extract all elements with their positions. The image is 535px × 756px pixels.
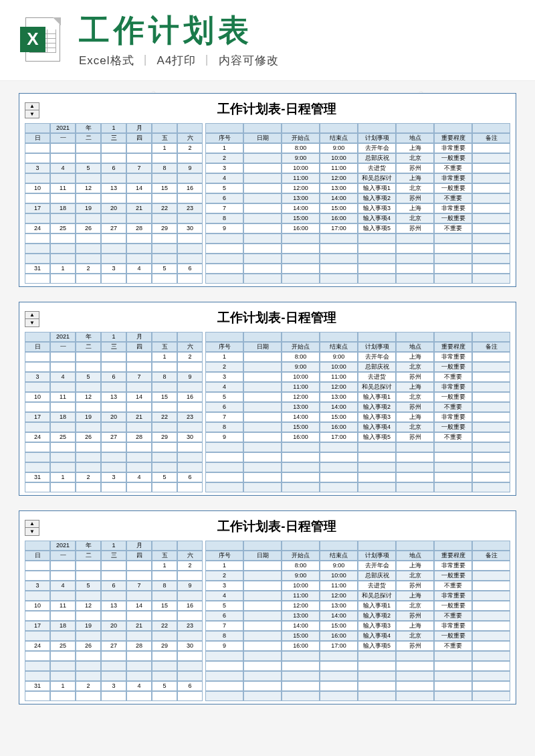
sched-cell[interactable]	[434, 691, 472, 701]
calendar-cell[interactable]	[76, 671, 101, 681]
sched-start[interactable]: 15:00	[282, 631, 320, 641]
sched-start[interactable]: 11:00	[282, 173, 320, 183]
calendar-cell[interactable]	[177, 153, 203, 163]
calendar-cell[interactable]	[76, 402, 101, 412]
sched-end[interactable]: 12:00	[320, 591, 358, 601]
sched-note[interactable]	[472, 143, 510, 153]
sched-end[interactable]: 16:00	[320, 631, 358, 641]
calendar-cell[interactable]: 27	[101, 641, 126, 651]
sched-item[interactable]: 总部庆祝	[358, 571, 396, 581]
calendar-cell[interactable]	[101, 153, 126, 163]
sched-start[interactable]: 13:00	[282, 611, 320, 621]
calendar-cell[interactable]	[25, 173, 50, 183]
sched-item[interactable]: 去开年会	[358, 143, 396, 153]
sched-start[interactable]: 9:00	[282, 362, 320, 372]
sched-cell[interactable]	[320, 691, 358, 701]
calendar-cell[interactable]: 28	[126, 432, 152, 442]
calendar-cell[interactable]	[25, 452, 50, 462]
sched-end[interactable]: 15:00	[320, 621, 358, 631]
calendar-cell[interactable]	[76, 452, 101, 462]
calendar-cell[interactable]	[25, 462, 50, 472]
sched-item[interactable]: 输入事项4	[358, 213, 396, 223]
calendar-cell[interactable]	[76, 153, 101, 163]
calendar-cell[interactable]: 6	[101, 163, 126, 173]
sched-cell[interactable]	[358, 472, 396, 482]
calendar-cell[interactable]	[152, 193, 177, 203]
calendar-cell[interactable]: 25	[50, 223, 76, 233]
calendar-cell[interactable]: 15	[152, 601, 177, 611]
sched-start[interactable]: 8:00	[282, 561, 320, 571]
sched-cell[interactable]	[205, 442, 243, 452]
sched-end[interactable]: 12:00	[320, 173, 358, 183]
calendar-cell[interactable]	[25, 244, 50, 254]
sched-start[interactable]: 12:00	[282, 183, 320, 193]
sched-cell[interactable]	[396, 661, 434, 671]
sched-item[interactable]: 和吴总探讨	[358, 591, 396, 601]
sched-cell[interactable]	[205, 254, 243, 264]
sched-pri[interactable]: 一般重要	[434, 422, 472, 432]
calendar-cell[interactable]	[101, 352, 126, 362]
sched-loc[interactable]: 北京	[396, 601, 434, 611]
calendar-cell[interactable]	[177, 591, 203, 601]
sched-note[interactable]	[472, 203, 510, 213]
calendar-cell[interactable]	[25, 254, 50, 264]
sched-end[interactable]: 15:00	[320, 203, 358, 213]
calendar-cell[interactable]: 5	[152, 681, 177, 691]
sched-date[interactable]	[243, 153, 282, 163]
calendar-cell[interactable]: 2	[76, 264, 101, 274]
sched-pri[interactable]: 一般重要	[434, 362, 472, 372]
sched-start[interactable]: 10:00	[282, 163, 320, 173]
sched-cell[interactable]	[205, 244, 243, 254]
sched-cell[interactable]	[396, 254, 434, 264]
sched-date[interactable]	[243, 193, 282, 203]
sched-loc[interactable]: 苏州	[396, 611, 434, 621]
sched-start[interactable]: 14:00	[282, 621, 320, 631]
sched-note[interactable]	[472, 571, 510, 581]
calendar-cell[interactable]	[126, 362, 152, 372]
sched-date[interactable]	[243, 352, 282, 362]
calendar-cell[interactable]	[50, 661, 76, 671]
sched-start[interactable]: 14:00	[282, 203, 320, 213]
sched-cell[interactable]	[434, 462, 472, 472]
calendar-cell[interactable]	[25, 571, 50, 581]
sched-item[interactable]: 输入事项3	[358, 412, 396, 422]
calendar-cell[interactable]: 3	[101, 264, 126, 274]
calendar-cell[interactable]: 26	[76, 641, 101, 651]
sched-loc[interactable]: 苏州	[396, 163, 434, 173]
calendar-cell[interactable]: 4	[50, 372, 76, 382]
sched-cell[interactable]	[320, 671, 358, 681]
calendar-cell[interactable]	[25, 561, 50, 571]
calendar-cell[interactable]	[76, 651, 101, 661]
sched-cell[interactable]	[282, 452, 320, 462]
calendar-cell[interactable]	[152, 571, 177, 581]
sched-cell[interactable]	[472, 661, 510, 671]
sched-cell[interactable]	[243, 691, 282, 701]
sched-item[interactable]: 和吴总探讨	[358, 173, 396, 183]
calendar-cell[interactable]	[50, 193, 76, 203]
sched-loc[interactable]: 北京	[396, 362, 434, 372]
sched-note[interactable]	[472, 193, 510, 203]
sched-note[interactable]	[472, 561, 510, 571]
sched-pri[interactable]: 不重要	[434, 223, 472, 233]
calendar-cell[interactable]	[101, 254, 126, 264]
sched-loc[interactable]: 北京	[396, 571, 434, 581]
calendar-cell[interactable]: 25	[50, 432, 76, 442]
sched-cell[interactable]	[243, 244, 282, 254]
calendar-cell[interactable]: 1	[50, 264, 76, 274]
sched-item[interactable]: 输入事项3	[358, 621, 396, 631]
calendar-cell[interactable]	[25, 442, 50, 452]
calendar-cell[interactable]	[126, 671, 152, 681]
sched-cell[interactable]	[282, 482, 320, 492]
sched-end[interactable]: 14:00	[320, 193, 358, 203]
sched-cell[interactable]	[282, 254, 320, 264]
calendar-cell[interactable]	[177, 452, 203, 462]
calendar-cell[interactable]	[25, 213, 50, 223]
sched-start[interactable]: 15:00	[282, 422, 320, 432]
sched-pri[interactable]: 不重要	[434, 372, 472, 382]
calendar-cell[interactable]: 13	[101, 601, 126, 611]
sched-cell[interactable]	[243, 233, 282, 244]
calendar-cell[interactable]: 6	[101, 372, 126, 382]
calendar-cell[interactable]: 11	[50, 601, 76, 611]
sched-item[interactable]: 输入事项1	[358, 601, 396, 611]
sched-cell[interactable]	[434, 661, 472, 671]
